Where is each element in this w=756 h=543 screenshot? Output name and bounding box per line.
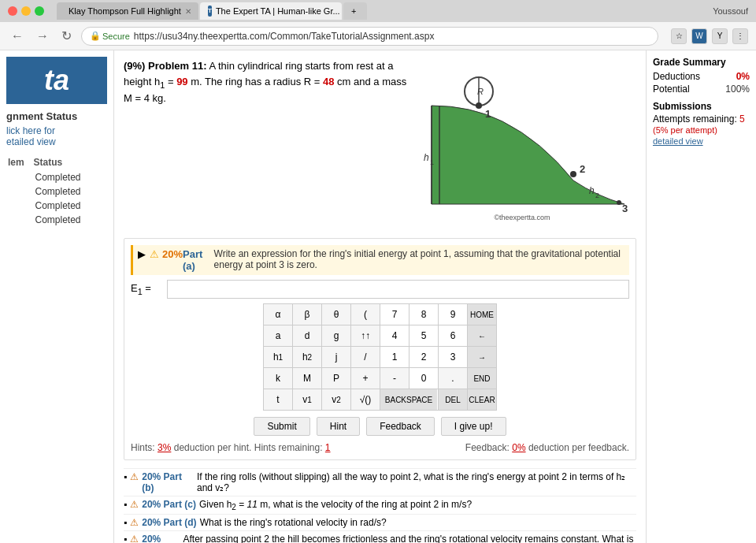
- svg-point-10: [570, 171, 576, 177]
- part-c-icon: ▪: [124, 499, 127, 510]
- kb-up[interactable]: ↑↑: [351, 325, 380, 346]
- submit-button[interactable]: Submit: [254, 417, 309, 436]
- give-up-button[interactable]: I give up!: [441, 417, 506, 436]
- feedback-button[interactable]: Feedback: [366, 417, 435, 436]
- kb-7[interactable]: 7: [380, 304, 409, 325]
- part-a-warning: ⚠: [150, 248, 159, 260]
- kb-left-arrow[interactable]: ←: [468, 325, 496, 346]
- kb-row-3: h1 h2 j / 1 2 3 →: [264, 347, 497, 368]
- kb-del[interactable]: DEL: [439, 389, 467, 410]
- svg-text:2: 2: [595, 192, 599, 199]
- secure-badge: 🔒 Secure: [90, 31, 130, 41]
- kb-home[interactable]: HOME: [468, 304, 496, 325]
- kb-theta[interactable]: θ: [322, 304, 350, 325]
- ta-icon: T: [208, 6, 212, 17]
- part-e-label[interactable]: 20% Part (e): [142, 534, 180, 543]
- svg-text:h: h: [424, 152, 429, 163]
- kb-h1[interactable]: h1: [264, 347, 292, 367]
- kb-1[interactable]: 1: [380, 347, 409, 367]
- refresh-button[interactable]: ↻: [58, 27, 75, 45]
- part-b-label[interactable]: 20% Part (b): [142, 471, 194, 493]
- col-problem: lem: [8, 155, 32, 169]
- part-b-icon: ▪: [124, 471, 127, 482]
- tab-youtube[interactable]: Klay Thompson Full Highlight ✕: [57, 2, 198, 20]
- sidebar: ta gnment Status lick here for etailed v…: [0, 50, 114, 543]
- kb-minus[interactable]: -: [380, 368, 409, 389]
- tab-ta-label: The Expert TA | Human-like Gr...: [216, 6, 340, 16]
- kb-open-paren[interactable]: (: [351, 304, 380, 325]
- kb-d[interactable]: d: [293, 325, 321, 346]
- detailed-view-link[interactable]: detailed view: [653, 136, 703, 146]
- part-e-warning: ⚠: [130, 534, 139, 543]
- per-attempt-label: (5% per attempt): [653, 125, 717, 135]
- kb-a[interactable]: a: [264, 325, 292, 346]
- tab-youtube-close[interactable]: ✕: [185, 7, 191, 16]
- kb-beta[interactable]: β: [293, 304, 321, 325]
- star-icon[interactable]: ☆: [671, 28, 687, 44]
- kb-right-arrow[interactable]: →: [468, 347, 496, 367]
- kb-0[interactable]: 0: [410, 368, 438, 389]
- kb-9[interactable]: 9: [439, 304, 467, 325]
- w-icon[interactable]: W: [691, 28, 707, 44]
- close-button[interactable]: [8, 6, 17, 16]
- kb-v2[interactable]: v2: [322, 389, 350, 410]
- maximize-button[interactable]: [35, 6, 44, 16]
- kb-k[interactable]: k: [264, 368, 292, 389]
- kb-8[interactable]: 8: [410, 304, 438, 325]
- minimize-button[interactable]: [21, 6, 31, 16]
- main-scroll: R 1 h 1 2 h 2: [114, 50, 646, 543]
- list-item: ▪ ⚠ 20% Part (e) After passing point 2 t…: [124, 530, 636, 543]
- kb-slash[interactable]: /: [351, 347, 380, 367]
- kb-6[interactable]: 6: [439, 325, 467, 346]
- per-attempt-row: (5% per attempt): [653, 125, 750, 136]
- grade-panel: Grade Summary Deductions 0% Potential 10…: [646, 50, 756, 543]
- menu-icon[interactable]: ⋮: [732, 28, 748, 44]
- url-bar[interactable]: 🔒 Secure https://usu34ny.theexpertta.com…: [81, 27, 658, 46]
- forward-button[interactable]: →: [33, 28, 52, 45]
- content-with-grade: R 1 h 1 2 h 2: [114, 50, 756, 543]
- status-table: lem Status Completed Completed: [6, 154, 107, 228]
- hint-button[interactable]: Hint: [317, 417, 360, 436]
- kb-dot[interactable]: .: [439, 368, 467, 389]
- new-tab[interactable]: +: [343, 2, 367, 20]
- back-button[interactable]: ←: [8, 28, 27, 45]
- user-name: Youssouf: [713, 6, 748, 16]
- part-c-label[interactable]: 20% Part (c): [142, 499, 196, 510]
- detailed-link[interactable]: lick here for etailed view: [6, 125, 107, 147]
- kb-v1[interactable]: v1: [293, 389, 321, 410]
- svg-text:R: R: [477, 87, 484, 96]
- hint-deduction: 3%: [158, 442, 171, 453]
- part-d-label[interactable]: 20% Part (d): [142, 517, 196, 528]
- kb-t[interactable]: t: [264, 389, 292, 410]
- tab-ta[interactable]: T The Expert TA | Human-like Gr... ✕: [200, 2, 342, 20]
- kb-plus[interactable]: +: [351, 368, 380, 389]
- potential-label: Potential: [653, 84, 690, 95]
- logo-area: ta: [6, 57, 107, 104]
- hints-text: Hints: 3% deduction per hint. Hints rema…: [131, 442, 331, 453]
- y-icon[interactable]: Y: [712, 28, 728, 44]
- kb-sqrt[interactable]: √(): [351, 389, 380, 410]
- svg-text:1: 1: [430, 158, 434, 166]
- kb-clear[interactable]: CLEAR: [468, 389, 496, 410]
- kb-j[interactable]: j: [322, 347, 350, 367]
- kb-end[interactable]: END: [468, 368, 496, 389]
- url-text: https://usu34ny.theexpertta.com/Common/T…: [134, 31, 435, 42]
- detailed-view-row[interactable]: detailed view: [653, 136, 750, 147]
- kb-backspace[interactable]: BACKSPACE: [380, 389, 437, 410]
- diagram-svg: R 1 h 1 2 h 2: [416, 58, 636, 224]
- hints-remaining[interactable]: 1: [325, 442, 331, 453]
- kb-5[interactable]: 5: [410, 325, 438, 346]
- kb-alpha[interactable]: α: [264, 304, 292, 325]
- kb-row-2: a d g ↑↑ 4 5 6 ←: [264, 325, 497, 347]
- kb-4[interactable]: 4: [380, 325, 409, 346]
- kb-3[interactable]: 3: [439, 347, 467, 367]
- input-label: E1 =: [131, 282, 162, 296]
- kb-h2[interactable]: h2: [293, 347, 321, 367]
- diagram-area: R 1 h 1 2 h 2: [416, 58, 636, 224]
- part-d-warning: ⚠: [130, 517, 139, 528]
- answer-input[interactable]: [167, 280, 629, 299]
- kb-g[interactable]: g: [322, 325, 350, 346]
- kb-M[interactable]: M: [293, 368, 321, 389]
- kb-P[interactable]: P: [322, 368, 350, 389]
- kb-2[interactable]: 2: [410, 347, 438, 367]
